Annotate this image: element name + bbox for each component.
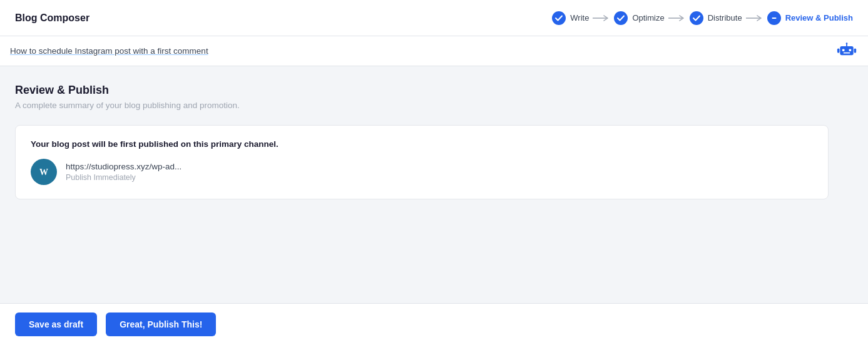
- step-progress: Write Optimize: [552, 11, 853, 25]
- arrow-2: [665, 15, 690, 21]
- svg-rect-11: [837, 48, 840, 52]
- section-title: Review & Publish: [15, 84, 853, 97]
- step-review-icon: [767, 11, 781, 25]
- step-distribute: Distribute: [690, 11, 742, 25]
- publish-button[interactable]: Great, Publish This!: [106, 312, 216, 336]
- step-optimize: Optimize: [614, 11, 664, 25]
- post-title: How to schedule Instagram post with a fi…: [10, 46, 208, 56]
- footer: Save as draft Great, Publish This!: [0, 303, 868, 345]
- main-content: Review & Publish A complete summary of y…: [0, 66, 868, 303]
- step-optimize-label: Optimize: [632, 13, 664, 22]
- channel-card: Your blog post will be first published o…: [15, 125, 829, 199]
- step-write-label: Write: [570, 13, 589, 22]
- channel-publish-time: Publish Immediately: [66, 173, 181, 182]
- title-bar: How to schedule Instagram post with a fi…: [0, 36, 868, 66]
- step-distribute-icon: [690, 11, 703, 25]
- app-header: Blog Composer Write Optimize: [0, 0, 868, 36]
- svg-rect-9: [849, 49, 852, 51]
- step-write-icon: [552, 11, 566, 25]
- section-subtitle: A complete summary of your blog publishi…: [15, 101, 853, 110]
- svg-rect-8: [842, 49, 845, 51]
- channel-card-description: Your blog post will be first published o…: [31, 139, 813, 149]
- arrow-3: [742, 15, 767, 21]
- channel-row: W https://studiopress.xyz/wp-ad... Publi…: [31, 159, 813, 185]
- app-title: Blog Composer: [15, 12, 89, 24]
- channel-info: https://studiopress.xyz/wp-ad... Publish…: [66, 162, 181, 182]
- arrow-1: [589, 15, 614, 21]
- svg-rect-7: [840, 46, 853, 55]
- svg-text:W: W: [39, 168, 48, 177]
- svg-point-6: [846, 42, 848, 44]
- wordpress-icon: W: [31, 159, 57, 185]
- step-write: Write: [552, 11, 589, 25]
- step-distribute-label: Distribute: [708, 13, 742, 22]
- step-review-label: Review & Publish: [785, 13, 853, 22]
- svg-rect-12: [854, 48, 857, 52]
- step-optimize-icon: [614, 11, 628, 25]
- save-draft-button[interactable]: Save as draft: [15, 312, 97, 336]
- svg-rect-10: [844, 52, 850, 53]
- robot-icon[interactable]: [835, 40, 858, 62]
- channel-url: https://studiopress.xyz/wp-ad...: [66, 162, 181, 171]
- svg-rect-4: [772, 18, 776, 19]
- step-review: Review & Publish: [767, 11, 853, 25]
